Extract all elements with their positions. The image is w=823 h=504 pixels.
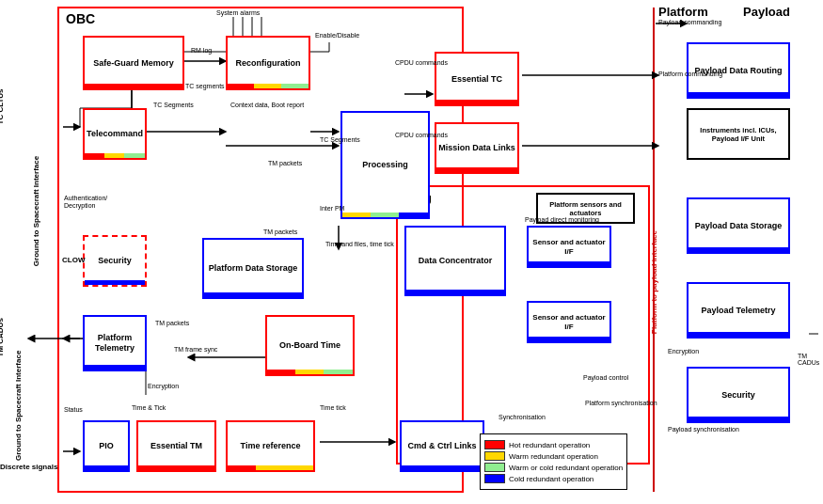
cpdu-commands2-label: CPDU commands [395,132,448,138]
platform-to-payload-label: Platform to payload interface [647,188,660,376]
essential-tm-box: Essential TM [136,420,216,472]
time-reference-box: Time reference [226,420,315,472]
tc-segments2-label: TC Segments [153,102,194,108]
payload-data-storage-box: Payload Data Storage [687,197,790,254]
legend-item-cold: Cold redundant operation [484,474,623,483]
ground-to-spacecraft-label: Ground to Spacecraft Interface [32,155,40,268]
encryption2-label: Encryption [668,348,699,354]
tm-cadus-label: TM CADUs [798,353,823,366]
tc-cltus-label: TC CLTUs [0,88,5,124]
legend-item-hot: Hot redundant operation [484,440,623,449]
diagram-container: Encryption Authentication/ Decryption OB… [0,0,823,504]
time-files-label: Time and files, time tick [325,241,394,247]
payload-control-label: Payload control [583,374,628,381]
tm-packets1-label: TM packets [268,160,302,166]
tm-packets2-label: TM packets [263,228,297,235]
status-label: Status [64,406,83,413]
telecommand-box: Telecommand [83,108,147,160]
tm-packets3-label: TM packets [155,320,189,326]
time-tick-label: Time tick [320,404,346,411]
tm-frame-sync-label: TM frame sync [174,346,217,353]
enable-disable-label: Enable/Disable [315,32,359,39]
platform-commanding-label: Platform commanding [658,71,722,77]
svg-text:Encryption: Encryption [148,383,179,390]
system-alarms-label: System alarms [216,9,260,16]
platform-telemetry-box: Platform Telemetry [83,315,147,371]
context-data-label: Context data, Boot report [230,102,304,108]
synchronisation-label: Synchronisation [499,414,546,420]
safeguard-memory-box: Safe-Guard Memory [83,36,184,90]
legend-color-hot [484,440,505,449]
security-obc-box: Security [83,235,147,287]
mission-data-links-box: Mission Data Links [435,122,519,174]
rm-log-label: RM log [191,47,212,54]
sensor-actuator-if2-box: Sensor and actuator I/F [527,301,611,343]
cpdu-commands1-label: CPDU commands [395,59,448,66]
legend-item-warm: Warm redundant operation [484,451,623,461]
on-board-time-box: On-Board Time [265,315,355,376]
clow-label: CLOW [62,256,85,264]
inter-pm-label: Inter PM [320,205,344,212]
payload-direct-monitoring-label: Payload direct monitoring [525,216,599,223]
sensor-actuator-if1-box: Sensor and actuator I/F [527,226,611,268]
svg-text:Authentication/: Authentication/ [64,195,107,201]
obc-header: OBC [66,11,95,26]
legend-item-warm-cold: Warm or cold redundant operation [484,463,623,472]
time-and-tick-label: Time & Tick [132,404,166,411]
legend: Hot redundant operation Warm redundant o… [480,433,627,490]
platform-data-storage-box: Platform Data Storage [202,238,304,299]
cmd-ctrl-links-box: Cmd & Ctrl Links [400,420,484,472]
legend-color-cold [484,474,505,483]
data-concentrator-box: Data Concentrator [404,226,506,296]
tc-segments1-label: TC segments [185,83,225,89]
discrete-signals-label: Discrete signals [0,463,57,471]
payload-sync-label: Payload synchronisation [668,426,739,433]
svg-text:Decryption: Decryption [64,202,96,210]
payload-header: Payload [743,5,790,19]
tc-segments4-label: TC Segments [320,136,360,143]
payload-commanding-label: Payload commanding [658,19,721,25]
legend-color-warm [484,451,505,461]
tm-cadus-left-label: TM CADUs [0,318,5,356]
platform-sync-label: Platform synchronisation [585,400,657,406]
pio-box: PIO [83,420,130,472]
instruments-box: Instruments incl. ICUs, Payload I/F Unit [687,108,790,160]
reconfiguration-box: Reconfiguration [226,36,310,90]
security-payload-box: Security [687,367,790,423]
payload-telemetry-box: Payload Telemetry [687,282,790,339]
processing-box: Processing [340,111,430,219]
ground-to-spacecraft-vertical: Ground to Spacecraft Interface [14,47,23,461]
legend-color-warm-cold [484,463,505,472]
platform-header: Platform [658,5,708,19]
